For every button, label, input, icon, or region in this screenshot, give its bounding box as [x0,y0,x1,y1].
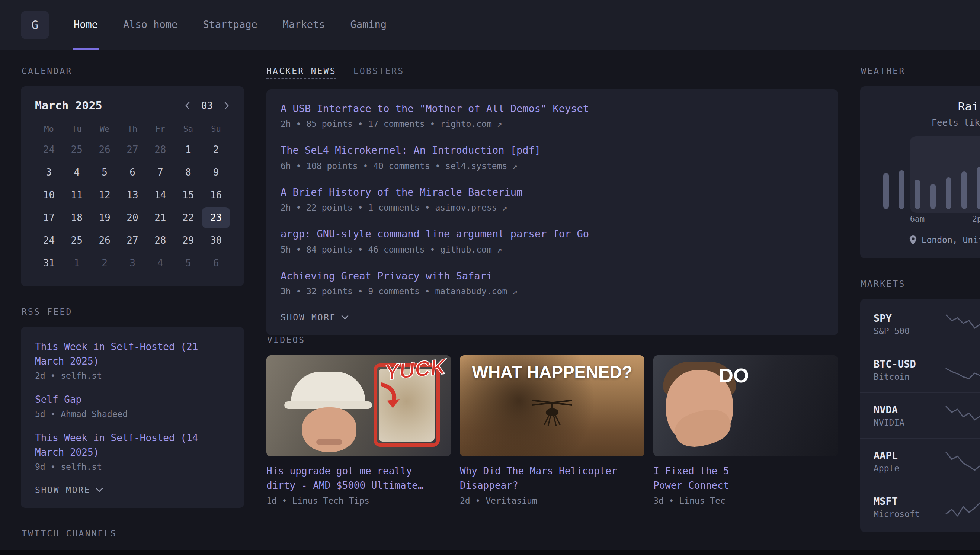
rss-show-more-button[interactable]: SHOW MORE [35,485,103,495]
news-item-meta[interactable]: 6h • 108 points • 40 comments • sel4.sys… [281,161,824,171]
calendar-day[interactable]: 13 [119,184,147,205]
calendar-weekday: Th [119,120,147,137]
calendar-day[interactable]: 21 [146,207,174,228]
calendar-day[interactable]: 3 [35,162,63,183]
news-item-title[interactable]: A Brief History of the Miracle Bacterium [281,186,824,199]
chevron-down-icon [96,488,103,492]
calendar-day[interactable]: 25 [63,230,91,251]
nav-tab-gaming[interactable]: Gaming [350,0,387,50]
video-meta: 3d • Linus Tec [653,496,838,505]
calendar-day[interactable]: 19 [91,207,119,228]
nav-tab-also-home[interactable]: Also home [122,0,178,50]
location-pin-icon [909,235,917,245]
nav-tab-startpage[interactable]: Startpage [202,0,258,50]
calendar-prev-button[interactable] [184,101,191,110]
news-item-title[interactable]: A USB Interface to the "Mother of All De… [281,102,824,115]
calendar-day[interactable]: 26 [91,139,119,160]
chevron-down-icon [341,315,349,319]
news-item: The SeL4 Microkernel: An Introduction [p… [281,144,824,170]
video-title[interactable]: I Fixed the 5 Power Connect [653,464,838,493]
show-more-label: SHOW MORE [281,313,336,322]
news-item-meta[interactable]: 2h • 22 points • 1 comments • asimov.pre… [281,203,824,212]
calendar-day[interactable]: 4 [63,162,91,183]
market-row[interactable]: BTC-USDBitcoin +1.39%$84,999.29 [860,347,980,393]
video-thumbnail[interactable]: YUCK [266,355,451,456]
calendar-day[interactable]: 16 [202,184,230,205]
calendar-day[interactable]: 28 [146,230,174,251]
news-item-title[interactable]: Achieving Great Privacy with Safari [281,269,824,283]
calendar-day[interactable]: 1 [63,253,91,273]
calendar-day[interactable]: 18 [63,207,91,228]
calendar-day[interactable]: 10 [35,184,63,205]
calendar-day[interactable]: 30 [202,230,230,251]
news-show-more-button[interactable]: SHOW MORE [281,313,349,322]
viewport-bottom-edge [0,550,980,555]
weather-hour-bar [930,184,936,209]
calendar-day[interactable]: 28 [146,139,174,160]
calendar-day[interactable]: 26 [91,230,119,251]
markets-heading: MARKETS [861,279,980,289]
rss-item-title[interactable]: Self Gap [35,393,230,407]
calendar-day-selected[interactable]: 23 [202,207,230,228]
news-item-title[interactable]: The SeL4 Microkernel: An Introduction [p… [281,144,824,157]
calendar-day[interactable]: 1 [174,139,202,160]
video-thumbnail[interactable]: WHAT HAPPENED? [460,355,645,456]
calendar-day[interactable]: 3 [119,253,147,273]
calendar-day[interactable]: 7 [146,162,174,183]
calendar-day[interactable]: 6 [119,162,147,183]
rss-item-title[interactable]: This Week in Self-Hosted (14 March 2025) [35,431,230,460]
app-logo[interactable]: G [21,11,49,39]
news-item-meta[interactable]: 3h • 32 points • 9 comments • matanabudy… [281,286,824,296]
left-column: CALENDAR March 2025 03 MoTuWeThFrSaSu242… [21,66,244,549]
market-row[interactable]: MSFTMicrosoft +1.14%$391.26 [860,484,980,530]
weather-hour-bar [946,177,951,209]
tab-hacker-news[interactable]: HACKER NEWS [266,66,336,79]
calendar-day[interactable]: 27 [119,139,147,160]
calendar-weekday: Su [202,120,230,137]
calendar-day[interactable]: 20 [119,207,147,228]
calendar-day[interactable]: 17 [35,207,63,228]
tab-lobsters[interactable]: LOBSTERS [353,66,404,78]
news-item-meta[interactable]: 5h • 84 points • 46 comments • github.co… [281,245,824,254]
calendar-day[interactable]: 5 [174,253,202,273]
video-title[interactable]: His upgrade got me really dirty - AMD $5… [266,464,451,493]
calendar-day[interactable]: 6 [202,253,230,273]
calendar-day[interactable]: 24 [35,230,63,251]
news-item-title[interactable]: argp: GNU-style command line argument pa… [281,227,824,241]
calendar-day[interactable]: 24 [35,139,63,160]
red-arrow-illustration [377,381,403,411]
news-item: argp: GNU-style command line argument pa… [281,227,824,254]
chevron-right-icon [223,101,230,110]
market-row[interactable]: NVDANVIDIA -0.70%$117.70 [860,393,980,438]
nav-tab-home[interactable]: Home [73,0,99,50]
calendar-next-button[interactable] [223,101,230,110]
calendar-day[interactable]: 14 [146,184,174,205]
market-row[interactable]: AAPLApple +1.95%$218.27 [860,438,980,484]
calendar-day[interactable]: 29 [174,230,202,251]
calendar-day[interactable]: 15 [174,184,202,205]
calendar-weekday: Mo [35,120,63,137]
calendar-day[interactable]: 2 [202,139,230,160]
calendar-day[interactable]: 9 [202,162,230,183]
calendar-day[interactable]: 25 [63,139,91,160]
weather-condition: Rain [874,100,980,113]
calendar-day[interactable]: 2 [91,253,119,273]
calendar-day[interactable]: 4 [146,253,174,273]
news-item-meta[interactable]: 2h • 85 points • 17 comments • righto.co… [281,119,824,129]
video-thumbnail[interactable]: DO [653,355,838,456]
nav-tab-markets[interactable]: Markets [282,0,326,50]
calendar-day[interactable]: 8 [174,162,202,183]
calendar-day[interactable]: 5 [91,162,119,183]
calendar-day[interactable]: 31 [35,253,63,273]
calendar-day[interactable]: 22 [174,207,202,228]
calendar-grid: MoTuWeThFrSaSu24252627281234567891011121… [35,120,230,273]
weather-location: London, United Kingdom [874,235,980,245]
weather-hour-bar [883,173,889,209]
market-ticker: SPY [874,313,944,324]
rss-item-title[interactable]: This Week in Self-Hosted (21 March 2025) [35,340,230,369]
calendar-day[interactable]: 11 [63,184,91,205]
video-title[interactable]: Why Did The Mars Helicopter Disappear? [460,464,645,493]
market-row[interactable]: SPYS&P 500 -0.27%$563.98 [860,301,980,347]
calendar-day[interactable]: 12 [91,184,119,205]
calendar-day[interactable]: 27 [119,230,147,251]
